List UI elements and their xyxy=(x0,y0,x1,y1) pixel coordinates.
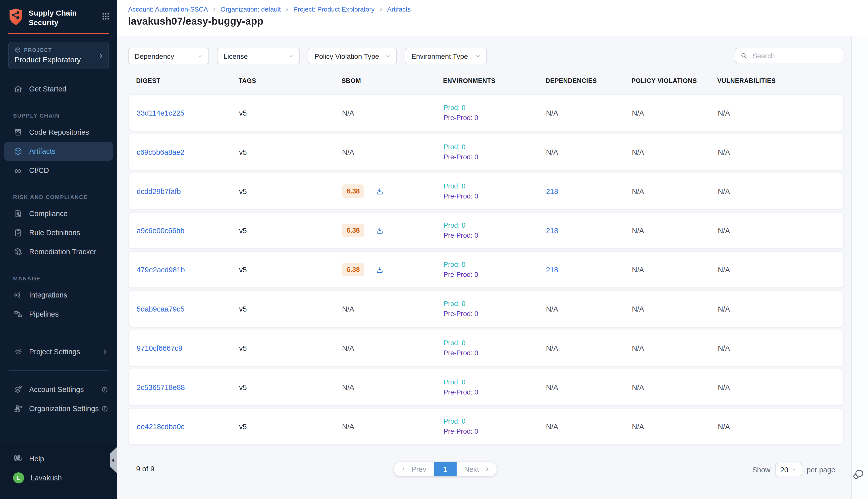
sidebar-item-compliance[interactable]: Compliance xyxy=(4,204,113,223)
sidebar-item-label: Rule Definitions xyxy=(29,229,80,237)
prev-page-button[interactable]: Prev xyxy=(394,462,434,476)
sidebar-item-project-settings[interactable]: Project Settings xyxy=(4,342,113,361)
chevron-right-icon xyxy=(98,52,104,59)
dependencies-value[interactable]: N/A xyxy=(546,422,558,430)
digest-link[interactable]: 479e2acd981b xyxy=(137,266,185,273)
infinity-icon: ∞ xyxy=(13,166,23,175)
dependencies-value[interactable]: N/A xyxy=(546,305,558,313)
sidebar-item-artifacts[interactable]: Artifacts xyxy=(4,142,113,161)
tags-cell: v5 xyxy=(231,266,334,273)
dependencies-value[interactable]: N/A xyxy=(546,109,558,117)
column-header-vulnerabilities: VULNERABILITIES xyxy=(709,77,844,84)
env-prod: Prod: 0 xyxy=(444,300,538,307)
digest-cell: 2c5365718e88 xyxy=(128,383,231,391)
policy-violations-cell: N/A xyxy=(624,422,710,430)
dependencies-value[interactable]: 218 xyxy=(546,227,558,234)
digest-link[interactable]: 33d114e1c225 xyxy=(137,109,184,117)
sidebar-item-rule-definitions[interactable]: Rule Definitions xyxy=(4,223,113,242)
project-selector[interactable]: PROJECT Product Exploratory xyxy=(8,42,109,69)
digest-link[interactable]: dcdd29b7fafb xyxy=(137,187,181,195)
sbom-score-badge[interactable]: 6.38 xyxy=(342,223,364,237)
vulnerabilities-value: N/A xyxy=(718,109,730,117)
vulnerabilities-value: N/A xyxy=(718,383,730,391)
sidebar-item-pipelines[interactable]: Pipelines xyxy=(4,305,113,324)
sidebar-item-remediation-tracker[interactable]: Remediation Tracker xyxy=(4,242,113,261)
sidebar-item-integrations[interactable]: Integrations xyxy=(4,285,113,305)
tags-cell: v5 xyxy=(231,148,334,156)
tag-value: v5 xyxy=(239,266,247,273)
sbom-na: N/A xyxy=(342,305,354,313)
sbom-score-badge[interactable]: 6.38 xyxy=(342,263,364,276)
download-sbom-icon[interactable] xyxy=(376,227,384,234)
dependencies-cell: N/A xyxy=(538,148,624,156)
dependencies-value[interactable]: N/A xyxy=(546,383,558,391)
sidebar-item-account-settings[interactable]: Account Settings xyxy=(4,380,113,399)
search-input[interactable] xyxy=(752,51,838,60)
project-label: PROJECT xyxy=(24,47,52,53)
dependency-filter-dropdown[interactable]: Dependency xyxy=(128,48,209,64)
sidebar-footer: ? Help L Lavakush xyxy=(0,444,117,499)
tag-value: v5 xyxy=(239,383,247,391)
breadcrumb: Account: Automation-SSCA Organization: d… xyxy=(128,5,868,13)
policy-violations-cell: N/A xyxy=(624,266,710,273)
sidebar-item-organization-settings[interactable]: Organization Settings xyxy=(4,399,113,418)
info-icon[interactable] xyxy=(101,405,108,412)
dependencies-value[interactable]: 218 xyxy=(546,187,558,195)
environment-type-filter-dropdown[interactable]: Environment Type xyxy=(405,48,487,64)
sidebar-item-cicd[interactable]: ∞ CI/CD xyxy=(4,161,113,180)
env-preprod: Pre-Prod: 0 xyxy=(444,232,538,239)
prev-label: Prev xyxy=(411,465,426,473)
vulnerabilities-cell: N/A xyxy=(710,305,843,313)
sidebar-item-help[interactable]: ? Help xyxy=(4,449,113,468)
info-icon[interactable] xyxy=(101,386,108,393)
environments-cell: Prod: 0 Pre-Prod: 0 xyxy=(435,378,538,396)
sbom-cell: 6.38 6.38 xyxy=(334,184,435,198)
sbom-na: N/A xyxy=(342,344,354,352)
download-sbom-icon[interactable] xyxy=(376,266,384,273)
breadcrumb-account[interactable]: Account: Automation-SSCA xyxy=(128,5,208,13)
license-filter-dropdown[interactable]: License xyxy=(217,48,300,64)
digest-link[interactable]: 9710cf6667c9 xyxy=(137,344,182,352)
vulnerabilities-value: N/A xyxy=(718,344,730,352)
sidebar-item-label: Remediation Tracker xyxy=(29,248,97,256)
dropdown-label: Dependency xyxy=(135,52,174,60)
sbom-score-badge[interactable]: 6.38 xyxy=(342,184,364,198)
environments-cell: Prod: 0 Pre-Prod: 0 xyxy=(435,300,538,318)
digest-cell: ee4218cdba0c xyxy=(128,422,231,430)
sidebar-item-get-started[interactable]: Get Started xyxy=(4,80,113,98)
chat-support-icon[interactable] xyxy=(853,469,865,480)
app-grid-icon[interactable] xyxy=(101,12,110,21)
breadcrumb-organization[interactable]: Organization: default xyxy=(221,5,281,13)
arrow-right-icon xyxy=(483,466,489,472)
breadcrumb-artifacts[interactable]: Artifacts xyxy=(387,5,411,13)
digest-link[interactable]: 5dab9caa79c5 xyxy=(137,305,184,313)
table-row: 2c5365718e88 v5 N/A N/A Prod: 0 Pre-Prod… xyxy=(128,369,844,405)
digest-link[interactable]: a9c6e00c66bb xyxy=(137,227,184,234)
download-sbom-icon[interactable] xyxy=(376,187,384,195)
policy-violations-cell: N/A xyxy=(624,305,710,313)
policy-violation-type-filter-dropdown[interactable]: Policy Violation Type xyxy=(308,48,397,64)
vulnerabilities-cell: N/A xyxy=(710,422,843,430)
env-preprod: Pre-Prod: 0 xyxy=(444,428,538,435)
page-number-button[interactable]: 1 xyxy=(434,462,457,476)
dependencies-value[interactable]: N/A xyxy=(546,344,558,352)
digest-link[interactable]: c69c5b6a8ae2 xyxy=(137,148,184,156)
document-search-icon xyxy=(13,209,23,218)
per-page-select[interactable]: 20 xyxy=(775,463,802,476)
table-row: dcdd29b7fafb v5 6.38 6.38 Prod: 0 Pre-Pr… xyxy=(128,173,844,209)
breadcrumb-project[interactable]: Project: Product Exploratory xyxy=(293,5,375,13)
sbom-na: N/A xyxy=(342,422,354,430)
user-menu[interactable]: L Lavakush xyxy=(4,468,113,487)
chevron-right-icon xyxy=(379,7,383,12)
env-preprod: Pre-Prod: 0 xyxy=(444,310,538,318)
dependencies-value[interactable]: N/A xyxy=(546,148,558,156)
help-chat-icon: ? xyxy=(13,454,23,464)
digest-link[interactable]: 2c5365718e88 xyxy=(137,383,185,391)
nav-section-supply-chain: SUPPLY CHAIN xyxy=(4,112,113,119)
tag-value: v5 xyxy=(239,344,247,352)
next-page-button[interactable]: Next xyxy=(457,462,497,476)
policy-violations-value: N/A xyxy=(632,148,644,156)
sidebar-item-code-repositories[interactable]: Code Repositories xyxy=(4,123,113,142)
digest-link[interactable]: ee4218cdba0c xyxy=(137,422,184,430)
dependencies-value[interactable]: 218 xyxy=(546,266,558,273)
